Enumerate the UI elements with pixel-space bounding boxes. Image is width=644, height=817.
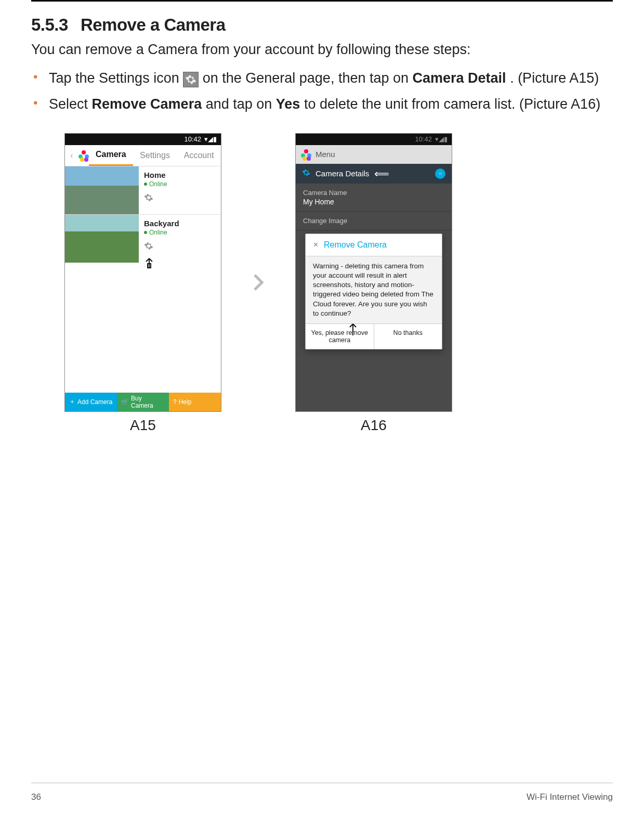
section-heading: 5.5.3 Remove a Camera <box>31 15 613 35</box>
gear-icon <box>302 168 310 178</box>
tab-settings[interactable]: Settings <box>133 146 177 165</box>
buy-camera-button[interactable]: 🛒Buy Camera <box>117 393 169 411</box>
step-2: Select Remove Camera and tap on Yes to d… <box>31 94 613 114</box>
dialog-body: Warning - deleting this camera from your… <box>306 256 442 323</box>
app-logo-icon <box>78 150 89 161</box>
arrow-left-icon: ⟸ <box>374 167 389 180</box>
remove-camera-dialog: ✕ Remove Camera Warning - deleting this … <box>305 234 442 349</box>
status-bar: 10:42 ▾◢▮ <box>65 134 221 145</box>
figure-a15: 10:42 ▾◢▮ ‹ Camera Settings Account Home… <box>64 133 221 434</box>
change-image-row[interactable]: Change Image <box>296 211 452 230</box>
camera-name: Backyard <box>144 219 179 228</box>
app-logo-icon <box>301 149 311 160</box>
gear-icon[interactable] <box>144 241 179 252</box>
menu-bar[interactable]: Menu <box>296 145 452 164</box>
info-icon[interactable]: ○ <box>435 168 445 179</box>
camera-status: Online <box>144 229 179 236</box>
close-icon[interactable]: ✕ <box>313 241 319 249</box>
gear-icon[interactable] <box>144 193 167 204</box>
arrow-up-icon <box>348 321 358 339</box>
camera-row-backyard[interactable]: Backyard Online <box>65 214 221 275</box>
tab-camera[interactable]: Camera <box>89 145 133 166</box>
camera-thumbnail <box>65 166 139 214</box>
section-number: 5.5.3 <box>31 15 68 35</box>
section-title: Remove a Camera <box>81 15 226 35</box>
dialog-yes-button[interactable]: Yes, please remove camera <box>306 323 374 349</box>
dialog-title: Remove Camera <box>324 240 387 250</box>
figure-caption: A15 <box>64 417 221 434</box>
dialog-no-button[interactable]: No thanks <box>374 323 442 349</box>
signal-icon: ▾◢▮ <box>435 135 448 143</box>
gear-icon <box>183 72 199 87</box>
camera-status: Online <box>144 180 167 188</box>
camera-name: Home <box>144 171 167 179</box>
page-number: 36 <box>31 792 41 802</box>
tab-account[interactable]: Account <box>177 146 221 165</box>
camera-name-section: Camera Name My Home <box>296 184 452 211</box>
signal-icon: ▾◢▮ <box>204 135 217 143</box>
page-footer: 36 Wi-Fi Internet Viewing <box>31 792 613 802</box>
camera-details-row[interactable]: Camera Details ⟸ ○ <box>296 164 452 184</box>
figure-a16: 10:42 ▾◢▮ Menu Camera Details ⟸ ○ <box>295 133 452 434</box>
camera-row-home[interactable]: Home Online <box>65 166 221 214</box>
arrow-up-icon <box>144 255 179 270</box>
camera-thumbnail <box>65 215 139 263</box>
help-button[interactable]: ?Help <box>169 393 221 411</box>
add-camera-button[interactable]: ＋Add Camera <box>65 393 117 411</box>
back-icon[interactable]: ‹ <box>65 151 78 160</box>
step-1: Tap the Settings icon on the General pag… <box>31 68 613 88</box>
footer-title: Wi-Fi Internet Viewing <box>527 792 613 802</box>
chevron-right-icon <box>247 271 269 295</box>
intro-text: You can remove a Camera from your accoun… <box>31 40 613 59</box>
figure-caption: A16 <box>295 417 452 434</box>
status-bar: 10:42 ▾◢▮ <box>296 134 452 145</box>
